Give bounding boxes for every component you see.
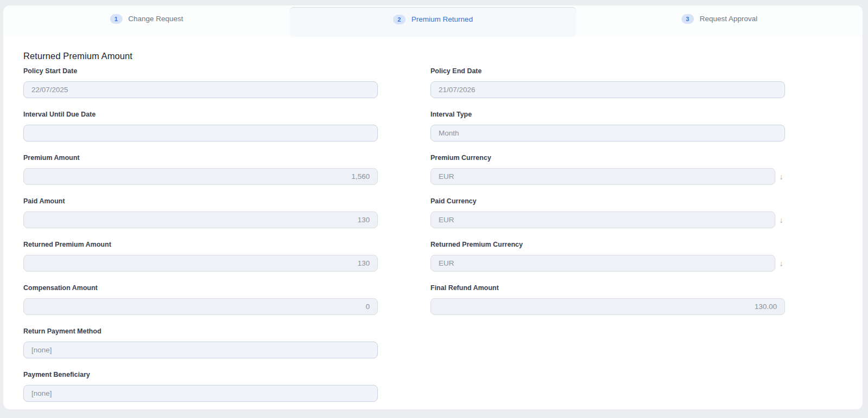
compensation-amount-input[interactable] <box>23 298 378 315</box>
paid-currency-label: Paid Currency <box>430 197 785 205</box>
field-returned-premium-amount: Returned Premium Amount <box>23 241 378 272</box>
final-refund-amount-label: Final Refund Amount <box>430 284 785 292</box>
compensation-amount-label: Compensation Amount <box>23 284 378 292</box>
field-compensation-amount: Compensation Amount <box>23 284 378 315</box>
form-content: Returned Premium Amount Policy Start Dat… <box>3 37 863 402</box>
premium-amount-input[interactable] <box>23 168 378 185</box>
step-label: Change Request <box>128 14 183 24</box>
return-payment-method-input[interactable] <box>23 342 378 358</box>
step-premium-returned[interactable]: 2 Premium Returned <box>290 7 576 37</box>
step-column-premium-returned: 2 Premium Returned <box>290 5 576 37</box>
dropdown-arrow-icon[interactable]: ↓ <box>777 259 785 268</box>
field-policy-end-date: Policy End Date <box>430 67 785 98</box>
paid-currency-select[interactable] <box>430 211 775 228</box>
step-label: Premium Returned <box>412 14 473 25</box>
step-column-request-approval: 3 Request Approval <box>576 5 863 37</box>
step-number-badge: 2 <box>393 15 406 24</box>
paid-amount-input[interactable] <box>23 211 378 228</box>
field-interval-until-due-date: Interval Until Due Date <box>23 111 378 142</box>
field-premium-currency: Premium Currency ↓ <box>430 154 785 185</box>
step-number-badge: 3 <box>681 14 694 24</box>
interval-until-due-date-input[interactable] <box>23 125 378 142</box>
step-number-badge: 1 <box>110 14 123 24</box>
field-premium-amount: Premium Amount <box>23 154 378 185</box>
policy-start-date-input[interactable] <box>23 81 378 98</box>
interval-type-input[interactable] <box>430 125 785 142</box>
payment-beneficiary-label: Payment Beneficiary <box>23 371 378 378</box>
step-column-change-request: 1 Change Request <box>3 5 290 37</box>
final-refund-amount-input[interactable] <box>430 298 785 315</box>
main-panel: 1 Change Request 2 Premium Returned 3 Re… <box>3 5 863 409</box>
payment-beneficiary-input[interactable] <box>23 385 378 402</box>
field-final-refund-amount: Final Refund Amount <box>430 284 785 315</box>
field-paid-amount: Paid Amount <box>23 197 378 228</box>
premium-currency-label: Premium Currency <box>430 154 785 162</box>
field-paid-currency: Paid Currency ↓ <box>430 197 785 228</box>
returned-premium-amount-input[interactable] <box>23 255 378 272</box>
policy-end-date-input[interactable] <box>430 81 785 98</box>
field-returned-premium-currency: Returned Premium Currency ↓ <box>430 241 785 272</box>
page-title: Returned Premium Amount <box>23 51 863 61</box>
form-grid: Policy Start Date Policy End Date Interv… <box>23 67 863 402</box>
interval-until-due-date-label: Interval Until Due Date <box>23 111 378 118</box>
dropdown-arrow-icon[interactable]: ↓ <box>777 172 785 181</box>
step-request-approval[interactable]: 3 Request Approval <box>576 5 863 37</box>
interval-type-label: Interval Type <box>430 111 785 118</box>
field-policy-start-date: Policy Start Date <box>23 67 378 98</box>
premium-amount-label: Premium Amount <box>23 154 378 162</box>
paid-amount-label: Paid Amount <box>23 197 378 205</box>
step-change-request[interactable]: 1 Change Request <box>3 5 290 37</box>
policy-end-date-label: Policy End Date <box>430 67 785 75</box>
policy-start-date-label: Policy Start Date <box>23 67 378 75</box>
dropdown-arrow-icon[interactable]: ↓ <box>777 216 785 224</box>
returned-premium-currency-select[interactable] <box>430 255 775 272</box>
returned-premium-currency-label: Returned Premium Currency <box>430 241 785 248</box>
wizard-stepper: 1 Change Request 2 Premium Returned 3 Re… <box>3 5 863 37</box>
field-interval-type: Interval Type <box>430 111 785 142</box>
return-payment-method-label: Return Payment Method <box>23 327 378 335</box>
field-payment-beneficiary: Payment Beneficiary <box>23 371 378 402</box>
step-label: Request Approval <box>700 14 758 24</box>
premium-currency-select[interactable] <box>430 168 775 185</box>
returned-premium-amount-label: Returned Premium Amount <box>23 241 378 248</box>
field-return-payment-method: Return Payment Method <box>23 327 378 358</box>
